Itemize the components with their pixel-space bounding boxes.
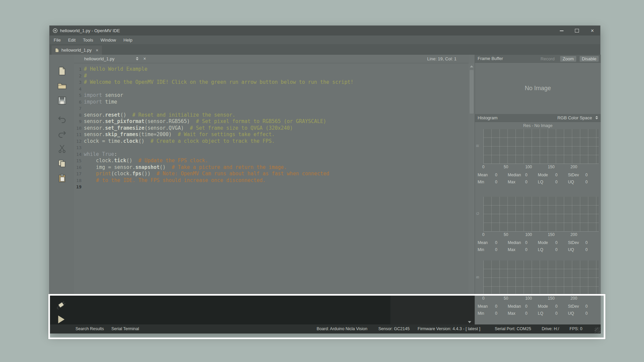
axis-ticks: 050100150200 [483,232,599,238]
new-file-button[interactable] [55,65,69,77]
window-title: helloworld_1.py - OpenMV IDE [60,28,120,33]
zoom-button[interactable]: Zoom [560,56,576,62]
frame-buffer-view: No Image [475,63,601,114]
redo-icon [58,130,66,138]
disable-button[interactable]: Disable [580,56,599,62]
new-file-icon [58,66,66,76]
histogram-header: Histogram RGB Color Space [475,114,601,122]
editor-close-icon[interactable]: × [143,56,146,61]
histogram-chart-g [483,197,599,232]
drive-status: Drive: H:/ [542,326,559,331]
axis-ticks: 050100150200 [483,165,599,171]
titlebar: helloworld_1.py - OpenMV IDE × [50,26,600,36]
undo-button[interactable] [55,114,69,125]
serial-port-status: Serial Port: COM25 [495,326,531,331]
file-selector-label: helloworld_1.py [84,56,114,61]
scroll-up-icon[interactable] [470,65,473,67]
color-space-select[interactable]: RGB Color Space [557,115,592,120]
resize-grip[interactable] [595,327,600,333]
menu-file[interactable]: File [54,38,61,43]
frame-buffer-title: Frame Buffer [478,56,503,61]
paste-icon [58,174,66,183]
maximize-icon [575,29,579,33]
close-icon: × [591,28,594,34]
open-file-selector[interactable]: helloworld_1.py × [84,56,146,61]
channel-stats: Mean0Median0Mode0StDev0Min0Max0LQ0UQ0 [475,171,601,185]
cut-icon [58,144,66,153]
axis-ticks: 050100150200 [483,296,599,302]
menubar: File Edit Tools Window Help [50,36,600,45]
serial-terminal-toggle[interactable]: Serial Terminal [111,326,139,331]
channel-stats: Mean0Median0Mode0StDev0Min0Max0LQ0UQ0 [475,303,601,317]
minimize-icon [560,31,564,31]
window-controls: × [554,26,600,36]
open-file-button[interactable] [55,80,69,92]
redo-button[interactable] [55,128,69,140]
play-icon [57,315,65,324]
tab-close-icon[interactable]: × [96,48,98,53]
board-status: Board: Arduino Nicla Vision [317,326,367,331]
start-script-button[interactable] [57,315,65,325]
code-lines: 1# Hello World Example2#3# Welcome to th… [74,63,469,190]
connect-button[interactable] [56,300,67,312]
cursor-position: Line: 19, Col: 1 [427,56,457,61]
right-panel: Frame Buffer Record Zoom Disable No Imag… [475,55,601,324]
histogram-chart-r [483,129,599,164]
firmware-status: Firmware Version: 4.4.3 - [ latest ] [418,326,480,331]
left-toolbar [50,55,74,295]
terminal-side-area [390,295,475,324]
serial-terminal-pane[interactable] [50,295,475,324]
collapse-pane-icon[interactable] [468,321,471,323]
resolution-label: Res - No Image [475,123,601,128]
menu-help[interactable]: Help [123,38,132,43]
axis-label-g: G [476,212,480,215]
combo-arrows-icon [136,57,139,60]
maximize-button[interactable] [569,26,585,36]
openmv-ide-window: helloworld_1.py - OpenMV IDE × File Edit… [49,25,600,333]
python-file-icon [55,48,59,53]
no-image-placeholder: No Image [525,85,551,92]
tabbar: helloworld_1.py × [50,45,600,55]
editor-scrollbar[interactable] [469,63,475,295]
fps-status: FPS: 0 [570,326,582,331]
frame-buffer-buttons: Record Zoom Disable [538,55,599,63]
channel-stats: Mean0Median0Mode0StDev0Min0Max0LQ0UQ0 [475,239,601,253]
sensor-status: Sensor: GC2145 [378,326,410,331]
minimize-button[interactable] [554,26,569,36]
undo-icon [58,116,66,123]
histogram-chart-b [483,260,599,295]
scrollbar-thumb[interactable] [470,70,474,114]
connect-plug-icon [56,300,67,310]
editor-header: helloworld_1.py × Line: 19, Col: 1 [74,55,469,63]
desktop: helloworld_1.py - OpenMV IDE × File Edit… [0,0,644,362]
axis-label-r: R [476,144,480,147]
copy-icon [58,159,66,168]
search-results-toggle[interactable]: Search Results [75,326,104,331]
axis-label-b: B [476,276,480,278]
menu-edit[interactable]: Edit [68,38,75,43]
frame-buffer-header: Frame Buffer Record Zoom Disable [475,55,601,63]
save-icon [58,96,66,105]
copy-button[interactable] [55,158,69,169]
menu-tools[interactable]: Tools [83,38,93,43]
statusbar: Search Results Serial Terminal Board: Ar… [50,324,601,334]
tab-helloworld[interactable]: helloworld_1.py × [52,46,102,55]
paste-button[interactable] [55,173,69,184]
open-folder-icon [57,82,67,90]
cut-button[interactable] [55,143,69,155]
save-file-button[interactable] [55,95,69,106]
menu-window[interactable]: Window [101,38,116,43]
openmv-logo-icon [53,28,58,33]
histogram-title: Histogram [478,115,497,120]
close-button[interactable]: × [585,26,600,36]
record-button[interactable]: Record [538,56,557,62]
code-editor[interactable]: 1# Hello World Example2#3# Welcome to th… [74,63,469,295]
tab-label: helloworld_1.py [61,48,92,53]
color-space-arrows-icon[interactable] [595,116,598,119]
